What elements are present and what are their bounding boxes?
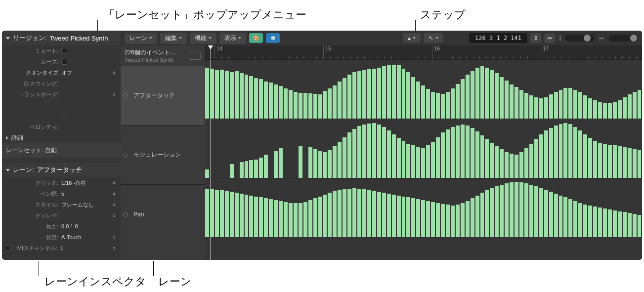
step-bar[interactable] <box>603 144 607 178</box>
step-bar[interactable] <box>357 126 361 178</box>
step-bar[interactable] <box>274 151 278 178</box>
lane-header[interactable]: アフタータッチ <box>121 66 205 125</box>
step-bar[interactable] <box>446 205 450 237</box>
zoom-horizontal-fit[interactable]: ⇔ <box>544 33 555 43</box>
step-bar[interactable] <box>573 127 577 178</box>
step-bar[interactable] <box>618 211 622 237</box>
step-bar[interactable] <box>554 125 558 178</box>
step-bar[interactable] <box>303 93 307 119</box>
step-bar[interactable] <box>633 92 637 119</box>
step-bar[interactable] <box>362 125 366 178</box>
grid-stepper[interactable] <box>113 181 118 185</box>
step-bar[interactable] <box>510 154 514 178</box>
step-bar[interactable] <box>352 129 356 178</box>
step-bar[interactable] <box>515 155 518 178</box>
step-bar[interactable] <box>534 97 538 119</box>
step-bar[interactable] <box>308 93 312 119</box>
step-bar[interactable] <box>254 78 258 119</box>
step-bar[interactable] <box>603 103 607 119</box>
step-bar[interactable] <box>633 214 637 237</box>
step-bar[interactable] <box>623 147 627 178</box>
step-bar[interactable] <box>441 204 445 237</box>
step-bar[interactable] <box>456 84 460 119</box>
step-bar[interactable] <box>573 201 577 237</box>
step-bar[interactable] <box>402 141 406 178</box>
step-bar[interactable] <box>623 212 627 237</box>
row-grid[interactable]: グリッド: 1/16 -音符 <box>2 177 121 188</box>
step-bar[interactable] <box>215 70 219 119</box>
row-advanced[interactable]: 詳細 <box>2 132 121 143</box>
step-bar[interactable] <box>613 210 617 237</box>
step-bar[interactable] <box>471 198 474 237</box>
step-bar[interactable] <box>544 130 548 178</box>
row-length[interactable]: 長さ: 0 0 1 0 <box>2 221 121 232</box>
step-bar[interactable] <box>225 71 229 119</box>
menu-edit[interactable]: 編集 <box>160 33 187 44</box>
step-bar[interactable] <box>347 189 351 237</box>
loop-checkbox[interactable] <box>61 59 67 65</box>
style-stepper[interactable] <box>113 203 118 207</box>
step-bar[interactable] <box>343 78 346 119</box>
step-bar[interactable] <box>279 86 283 119</box>
step-bar[interactable] <box>387 65 391 119</box>
step-bar[interactable] <box>323 91 327 119</box>
lane-header[interactable]: レーン: アフタータッチ <box>2 163 121 177</box>
step-bar[interactable] <box>269 199 273 237</box>
step-bar[interactable] <box>249 160 253 178</box>
step-bar[interactable] <box>205 68 209 119</box>
step-bar[interactable] <box>549 192 553 237</box>
step-bar[interactable] <box>333 191 337 237</box>
step-bar[interactable] <box>485 139 489 178</box>
step-bar[interactable] <box>308 200 312 237</box>
locator-display[interactable]: 126 3 1 2 141 <box>469 33 527 43</box>
step-bar[interactable] <box>230 72 234 119</box>
step-bar[interactable] <box>377 192 381 237</box>
step-bar[interactable] <box>402 69 406 119</box>
step-bar[interactable] <box>215 190 219 238</box>
step-bar[interactable] <box>343 137 346 178</box>
step-bar[interactable] <box>294 92 298 119</box>
step-bar[interactable] <box>372 123 376 178</box>
horizontal-zoom-slider[interactable] <box>608 35 638 42</box>
step-bar[interactable] <box>343 189 346 237</box>
step-bar[interactable] <box>633 149 637 178</box>
step-bar[interactable] <box>638 150 642 178</box>
step-bar[interactable] <box>618 100 622 119</box>
penwidth-stepper[interactable] <box>113 192 118 196</box>
lanes-area[interactable]: 14151617 <box>205 45 642 260</box>
step-bar[interactable] <box>534 139 538 178</box>
laneset-section[interactable]: レーンセット: 自動 <box>2 143 121 158</box>
step-bar[interactable] <box>441 94 445 119</box>
step-bar[interactable] <box>441 132 445 178</box>
row-style[interactable]: スタイル: フレームなし <box>2 199 121 210</box>
step-bar[interactable] <box>299 203 302 237</box>
step-bar[interactable] <box>205 169 209 178</box>
step-bar[interactable] <box>529 185 533 237</box>
delay-stepper[interactable] <box>113 214 118 217</box>
step-bar[interactable] <box>519 182 523 237</box>
step-bar[interactable] <box>406 197 410 237</box>
step-bar[interactable] <box>593 141 597 178</box>
step-bar[interactable] <box>333 146 337 178</box>
step-bar[interactable] <box>563 123 567 178</box>
step-bar[interactable] <box>318 151 322 178</box>
step-bar[interactable] <box>294 203 298 237</box>
step-bar[interactable] <box>461 125 465 178</box>
step-bar[interactable] <box>279 148 283 178</box>
step-bar[interactable] <box>515 182 518 237</box>
step-bar[interactable] <box>264 155 268 178</box>
step-bar[interactable] <box>638 90 642 119</box>
step-bar[interactable] <box>367 69 371 119</box>
step-bar[interactable] <box>347 132 351 178</box>
step-bar[interactable] <box>529 144 533 178</box>
step-bar[interactable] <box>377 125 381 178</box>
step-bar[interactable] <box>588 98 592 119</box>
step-bar[interactable] <box>583 95 587 119</box>
step-bar[interactable] <box>421 148 425 178</box>
step-bar[interactable] <box>480 66 484 119</box>
step-bar[interactable] <box>235 193 239 237</box>
step-bar[interactable] <box>510 84 514 119</box>
step-bar[interactable] <box>299 93 302 119</box>
step-bar[interactable] <box>534 186 538 237</box>
step-bar[interactable] <box>593 207 597 237</box>
